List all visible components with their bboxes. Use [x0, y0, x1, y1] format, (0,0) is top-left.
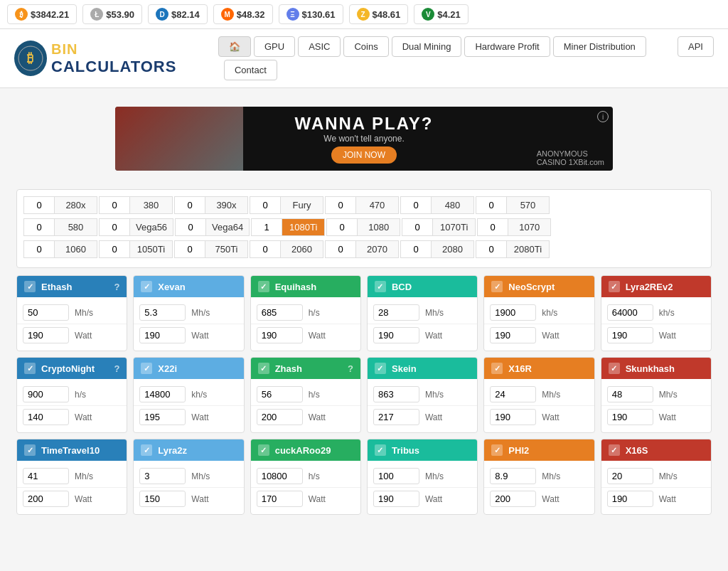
nav-home-button[interactable]: 🏠 [218, 36, 251, 57]
algo-header-xevan[interactable]: ✓Xevan [134, 276, 243, 297]
algo-header-x22i[interactable]: ✓X22i [134, 358, 243, 379]
algo-watt-input[interactable] [257, 409, 303, 425]
algo-watt-input[interactable] [490, 327, 536, 343]
gpu-qty-input-fury[interactable] [250, 197, 280, 213]
gpu-name-label-580: 580 [54, 219, 97, 235]
algo-watt-input[interactable] [373, 491, 419, 507]
algo-watt-input[interactable] [607, 327, 653, 343]
algo-header-ethash[interactable]: ✓Ethash? [17, 276, 127, 297]
algo-watt-input[interactable] [607, 409, 653, 425]
gpu-qty-input-480[interactable] [401, 197, 431, 213]
algo-hashrate-input[interactable] [23, 386, 69, 402]
algo-card-cuckaroo29: ✓cuckARoo29h/sWatt [250, 439, 361, 515]
algo-header-equihash[interactable]: ✓Equihash [251, 276, 360, 297]
algo-watt-input[interactable] [23, 409, 69, 425]
gpu-qty-input-280x[interactable] [24, 197, 54, 213]
algo-watt-input[interactable] [139, 409, 186, 425]
algo-hashrate-input[interactable] [139, 386, 186, 402]
gpu-qty-input-580[interactable] [24, 219, 54, 235]
algo-info-icon[interactable]: ? [114, 282, 119, 292]
logo-icon: ₿ [14, 41, 47, 76]
algo-watt-input[interactable] [373, 327, 419, 343]
gpu-qty-input-2060[interactable] [250, 241, 280, 257]
nav-api-button[interactable]: API [678, 36, 714, 57]
nav-hardware-profit-button[interactable]: Hardware Profit [464, 36, 550, 57]
algo-hashrate-input[interactable] [490, 304, 536, 321]
nav-dual-mining-button[interactable]: Dual Mining [392, 36, 462, 57]
nav-coins-button[interactable]: Coins [343, 36, 388, 57]
algo-header-x16r[interactable]: ✓X16R [484, 358, 594, 379]
algo-hashrate-input[interactable] [23, 304, 69, 321]
algo-hashrate-input[interactable] [373, 304, 419, 321]
algo-hashrate-input[interactable] [607, 304, 653, 321]
algo-unit-label: Mh/s [659, 390, 678, 400]
algo-header-timetravel10[interactable]: ✓TimeTravel10 [17, 439, 127, 461]
gpu-qty-input-vega56[interactable] [100, 219, 129, 235]
algo-header-tribus[interactable]: ✓Tribus [368, 439, 477, 461]
ad-content: WANNA PLAY? We won't tell anyone. JOIN N… [295, 114, 434, 164]
algo-unit-label: Mh/s [191, 471, 210, 481]
algo-watt-input[interactable] [490, 491, 536, 507]
algo-hashrate-input[interactable] [257, 386, 303, 402]
algo-hashrate-input[interactable] [257, 304, 303, 321]
ticker-item-dash: D$82.14 [148, 4, 208, 24]
algo-hashrate-input[interactable] [490, 386, 536, 402]
ad-join-button[interactable]: JOIN NOW [331, 146, 397, 164]
algo-header-x16s[interactable]: ✓X16S [601, 439, 711, 461]
algo-watt-input[interactable] [139, 327, 186, 343]
gpu-qty-input-1070[interactable] [478, 219, 508, 235]
algo-hashrate-input[interactable] [373, 386, 419, 402]
gpu-qty-input-470[interactable] [326, 197, 355, 213]
gpu-qty-input-750ti[interactable] [175, 241, 205, 257]
algo-watt-input[interactable] [257, 491, 303, 507]
gpu-qty-input-570[interactable] [476, 197, 506, 213]
algo-header-cuckaroo29[interactable]: ✓cuckARoo29 [251, 439, 360, 461]
algo-watt-input[interactable] [139, 491, 186, 507]
gpu-qty-input-1080[interactable] [327, 219, 357, 235]
nav-asic-button[interactable]: ASIC [298, 36, 341, 57]
algo-header-lyra2z[interactable]: ✓Lyra2z [134, 439, 243, 461]
algo-watt-input[interactable] [23, 327, 69, 343]
gpu-qty-input-2080ti[interactable] [476, 241, 506, 257]
gpu-qty-input-380[interactable] [100, 197, 129, 213]
algo-header-lyra2rev2[interactable]: ✓Lyra2REv2 [601, 276, 711, 297]
gpu-qty-input-1080ti[interactable] [252, 219, 282, 235]
algo-header-zhash[interactable]: ✓Zhash? [251, 358, 360, 379]
algo-hashrate-input[interactable] [257, 468, 303, 484]
nav-contact-button[interactable]: Contact [224, 60, 277, 80]
algo-header-skein[interactable]: ✓Skein [368, 358, 477, 379]
algo-watt-input[interactable] [607, 491, 653, 507]
algo-header-phi2[interactable]: ✓PHI2 [484, 439, 594, 461]
gpu-qty-input-1050ti[interactable] [100, 241, 129, 257]
gpu-qty-input-vega64[interactable] [176, 219, 205, 235]
algo-info-icon[interactable]: ? [114, 363, 119, 374]
algo-check-icon: ✓ [609, 281, 620, 292]
ad-info-icon[interactable]: i [597, 111, 609, 122]
gpu-qty-input-2070[interactable] [326, 241, 355, 257]
algo-watt-input[interactable] [257, 327, 303, 343]
algo-hashrate-input[interactable] [139, 304, 186, 321]
algo-hashrate-input[interactable] [373, 468, 419, 484]
algo-hashrate-input[interactable] [23, 468, 69, 484]
nav-miner-distribution-button[interactable]: Miner Distribution [553, 36, 646, 57]
gpu-qty-input-1060[interactable] [24, 241, 54, 257]
algo-watt-input[interactable] [373, 409, 419, 425]
gpu-qty-input-390x[interactable] [175, 197, 205, 213]
algo-hashrate-input[interactable] [139, 468, 186, 484]
nav-gpu-button[interactable]: GPU [254, 36, 295, 57]
algo-body: kh/sWatt [601, 297, 711, 351]
algo-header-bcd[interactable]: ✓BCD [368, 276, 477, 297]
gpu-qty-input-2080[interactable] [401, 241, 431, 257]
algo-hashrate-input[interactable] [490, 468, 536, 484]
algo-hashrate-input[interactable] [607, 468, 653, 484]
gpu-qty-input-1070ti[interactable] [402, 219, 432, 235]
algo-header-cryptonight[interactable]: ✓CryptoNight? [17, 358, 127, 379]
algo-hashrate-input[interactable] [607, 386, 653, 402]
algo-watt-input[interactable] [23, 491, 69, 507]
algo-header-neoscrypt[interactable]: ✓NeoScrypt [484, 276, 594, 297]
algo-info-icon[interactable]: ? [348, 363, 353, 374]
algo-header-skunkhash[interactable]: ✓Skunkhash [601, 358, 711, 379]
algo-watt-input[interactable] [490, 409, 536, 425]
ad-site-label: ANONYMOUSCASINO 1XBit.com [537, 149, 604, 166]
algo-watt-row: Watt [368, 324, 477, 346]
